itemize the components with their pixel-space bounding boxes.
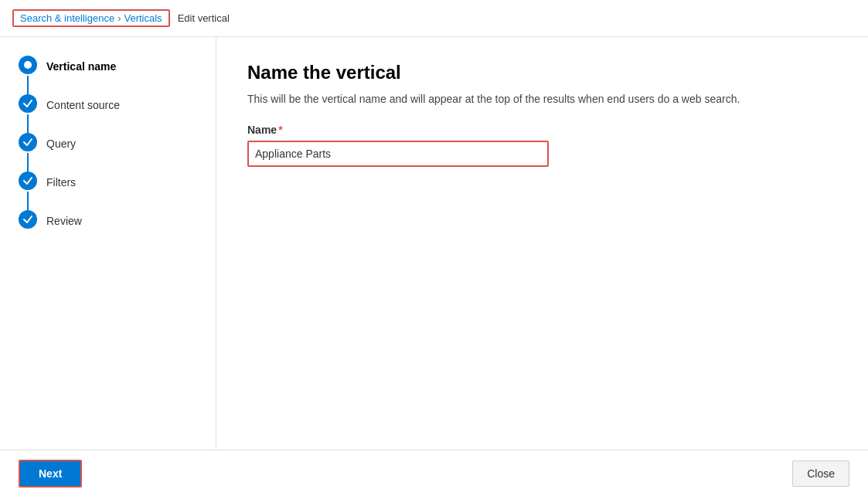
breadcrumb-current-page: Edit vertical [178,12,230,24]
bottom-left: Next [19,460,82,488]
page-description: This will be the vertical name and will … [247,93,788,105]
sidebar-item-content-source[interactable]: Content source [0,94,216,114]
breadcrumb-sep-1: › [117,12,121,24]
step-connector-4 [27,192,29,210]
field-label-text: Name [247,124,277,136]
sidebar-item-vertical-name[interactable]: Vertical name [0,56,216,76]
step-icon-vertical-name [19,56,37,74]
checkmark-icon [22,98,33,109]
content-area: Name the vertical This will be the verti… [216,37,868,496]
step-icon-review [19,210,37,229]
step-label-filters: Filters [46,172,76,192]
step-connector-3 [27,153,29,172]
next-button[interactable]: Next [19,460,82,488]
sidebar-item-filters[interactable]: Filters [0,172,216,192]
step-icon-content-source [19,94,37,113]
required-star: * [278,124,282,136]
breadcrumb-outline: Search & intelligence › Verticals [12,9,170,27]
step-label-content-source: Content source [46,94,120,114]
active-dot [24,61,32,69]
step-label-review: Review [46,210,82,230]
sidebar: Vertical name Content source Query [0,37,216,496]
checkmark-icon [22,175,33,186]
page-title: Name the vertical [247,62,837,83]
step-connector-2 [27,114,29,133]
checkmark-icon [22,137,33,148]
step-icon-query [19,133,37,151]
breadcrumb-bar: Search & intelligence › Verticals Edit v… [0,0,868,37]
step-connector-1 [27,76,29,94]
step-label-query: Query [46,133,76,153]
main-layout: Vertical name Content source Query [0,37,868,496]
close-button[interactable]: Close [792,460,849,487]
field-label: Name* [247,124,837,136]
name-input[interactable] [247,141,549,167]
sidebar-item-review[interactable]: Review [0,210,216,230]
bottom-bar: Next Close [0,450,868,496]
sidebar-item-query[interactable]: Query [0,133,216,153]
step-icon-filters [19,172,37,190]
breadcrumb-link-verticals[interactable]: Verticals [124,12,162,24]
checkmark-icon [22,214,33,225]
step-label-vertical-name: Vertical name [46,56,116,76]
breadcrumb-link-search[interactable]: Search & intelligence [20,12,114,24]
